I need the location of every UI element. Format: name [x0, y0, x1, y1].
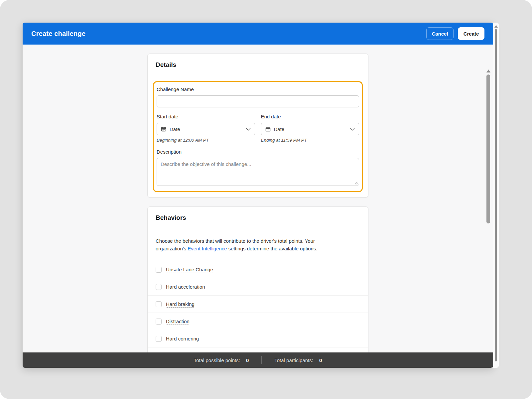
footer-divider [261, 356, 262, 364]
details-card-title: Details [156, 61, 176, 68]
end-date-value: Date [274, 126, 285, 132]
behavior-label[interactable]: Distraction [166, 319, 190, 324]
behavior-row[interactable]: Hard cornering [148, 330, 368, 347]
end-date-picker[interactable]: Date [261, 123, 359, 135]
end-date-label: End date [261, 113, 359, 120]
guided-highlight-ring: Challenge Name Start date [153, 81, 363, 192]
page-scroll-up-arrow-icon[interactable] [494, 25, 498, 28]
behavior-row[interactable]: Hard acceleration [148, 278, 368, 296]
behavior-label[interactable]: Hard acceleration [166, 284, 205, 290]
calendar-icon [265, 126, 271, 132]
page-scrollbar[interactable] [493, 23, 499, 368]
behaviors-card-header: Behaviors [148, 207, 368, 229]
behavior-row[interactable]: Distraction [148, 313, 368, 330]
total-points-label: Total possible points: [194, 357, 240, 363]
end-date-column: End date [261, 113, 359, 143]
description-label: Description [157, 149, 359, 155]
chevron-down-icon [350, 128, 355, 131]
behaviors-intro-text-after: settings determine the available options… [227, 246, 318, 251]
end-date-helper: Ending at 11:59 PM PT [261, 138, 359, 143]
behavior-checkbox[interactable] [156, 267, 162, 273]
behavior-row[interactable]: Hard braking [148, 296, 368, 313]
details-card-body: Challenge Name Start date [148, 76, 368, 197]
create-challenge-modal: Create challenge Cancel Create Details C… [23, 23, 493, 368]
create-button[interactable]: Create [458, 27, 484, 40]
description-field-wrap [157, 158, 359, 186]
behavior-row[interactable]: Stop sign violation [148, 347, 368, 352]
description-textarea[interactable] [157, 158, 359, 186]
start-date-column: Start date [157, 113, 255, 143]
screen: Create challenge Cancel Create Details C… [0, 0, 532, 399]
total-points-value: 0 [246, 357, 249, 363]
total-participants-value: 0 [319, 357, 322, 363]
behaviors-card-title: Behaviors [156, 214, 186, 221]
start-date-picker[interactable]: Date [157, 123, 255, 135]
behaviors-list: Unsafe Lane Change Hard acceleration Har… [148, 261, 368, 352]
behavior-checkbox[interactable] [156, 319, 162, 325]
start-date-helper: Beginning at 12:00 AM PT [157, 138, 255, 143]
header-actions: Cancel Create [426, 27, 484, 40]
page-scrollbar-thumb[interactable] [495, 29, 497, 361]
page-title: Create challenge [31, 30, 85, 38]
behavior-checkbox[interactable] [156, 336, 162, 342]
start-date-value: Date [170, 126, 180, 132]
total-participants-label: Total participants: [274, 357, 313, 363]
chevron-down-icon [246, 128, 251, 131]
behavior-checkbox[interactable] [156, 301, 162, 307]
details-card: Details Challenge Name Start date [147, 54, 368, 198]
modal-header: Create challenge Cancel Create [23, 23, 493, 45]
modal-scrollbar-thumb[interactable] [486, 74, 490, 223]
summary-footer: Total possible points: 0 Total participa… [23, 352, 493, 368]
calendar-icon [161, 126, 166, 132]
dates-row: Start date [157, 113, 359, 143]
behavior-row[interactable]: Unsafe Lane Change [148, 261, 368, 278]
behaviors-intro: Choose the behaviors that will contribut… [148, 229, 368, 261]
details-card-header: Details [148, 54, 368, 76]
modal-scrollbar[interactable] [486, 69, 490, 223]
challenge-name-input[interactable] [157, 95, 359, 107]
behavior-label[interactable]: Hard braking [166, 301, 195, 307]
behavior-label[interactable]: Hard cornering [166, 336, 199, 341]
event-intelligence-link[interactable]: Event Intelligence [188, 246, 227, 251]
behavior-label[interactable]: Unsafe Lane Change [166, 267, 213, 272]
scroll-up-arrow-icon[interactable] [486, 69, 490, 72]
start-date-label: Start date [157, 113, 255, 120]
behaviors-card: Behaviors Choose the behaviors that will… [147, 206, 368, 352]
cancel-button[interactable]: Cancel [426, 27, 454, 40]
modal-content: Details Challenge Name Start date [23, 45, 493, 352]
behavior-checkbox[interactable] [156, 284, 162, 290]
challenge-name-label: Challenge Name [157, 86, 359, 93]
